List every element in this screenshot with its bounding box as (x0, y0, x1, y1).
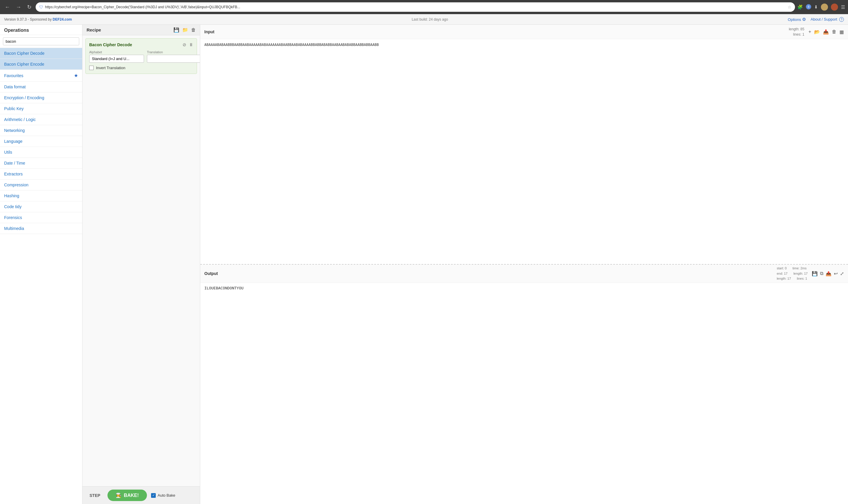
output-meta: start: 0 time: 2ms end: 17 length: 17 le… (777, 266, 808, 282)
forward-button[interactable]: → (14, 3, 23, 11)
sidebar-item-multimedia[interactable]: Multimedia (0, 223, 82, 234)
input-header: Input length: 85 lines: 1 + 📂 📥 🗑 ▦ (200, 25, 848, 39)
sidebar-item-compression[interactable]: Compression (0, 180, 82, 191)
search-input[interactable] (3, 37, 79, 45)
sidebar-item-language[interactable]: Language (0, 136, 82, 147)
profile-avatar-2[interactable] (831, 3, 838, 11)
shield-icon: 🛡 (39, 5, 43, 10)
sidebar-item-arithmetic-logic[interactable]: Arithmetic / Logic (0, 114, 82, 125)
refresh-button[interactable]: ↻ (25, 3, 33, 11)
input-section: Input length: 85 lines: 1 + 📂 📥 🗑 ▦ (200, 25, 848, 265)
recipe-load-icon[interactable]: 📁 (182, 27, 188, 33)
input-content[interactable]: ABAAAABABAABBBAABBAABAAAAABABAAAAAAABAAB… (200, 39, 848, 264)
input-import-icon[interactable]: 📥 (823, 29, 829, 35)
sidebar-item-utils[interactable]: Utils (0, 147, 82, 158)
cipher-card-icons: ⊘ ⏸ (183, 42, 193, 48)
sidebar-item-bacon-cipher-encode[interactable]: Bacon Cipher Encode (0, 59, 82, 70)
cipher-pause-icon[interactable]: ⏸ (189, 42, 193, 48)
topbar: Version 9.37.3 - Sponsored by DEF24.com … (0, 14, 848, 25)
download-icon[interactable]: ⬇ (814, 4, 818, 10)
alphabet-input[interactable] (89, 55, 144, 63)
sidebar-item-favourites[interactable]: Favourites ★ (0, 70, 82, 82)
input-meta: length: 85 lines: 1 (789, 26, 805, 37)
alphabet-label: Alphabet (89, 50, 144, 54)
help-icon: ? (839, 17, 844, 22)
cipher-card-title: Bacon Cipher Decode (89, 42, 132, 47)
step-button[interactable]: STEP (87, 491, 103, 500)
sidebar-item-public-key[interactable]: Public Key (0, 103, 82, 114)
translation-field: Translation A/B (147, 50, 200, 63)
bake-label: BAKE! (124, 493, 139, 498)
sidebar-item-code-tidy[interactable]: Code tidy (0, 201, 82, 212)
output-section: Output start: 0 time: 2ms end: 17 length… (200, 265, 848, 504)
auto-bake-wrap: ✓ Auto Bake (151, 493, 175, 498)
cipher-card-header: Bacon Cipher Decode ⊘ ⏸ (89, 42, 193, 48)
recipe-title: Recipe (87, 28, 101, 32)
sidebar-header: Operations (0, 25, 82, 35)
auto-bake-label: Auto Bake (158, 493, 175, 498)
menu-icon[interactable]: ☰ (841, 4, 845, 10)
about-button[interactable]: About / Support ? (811, 17, 844, 22)
sidebar-item-networking[interactable]: Networking (0, 125, 82, 136)
back-button[interactable]: ← (3, 3, 12, 11)
recipe-save-icon[interactable]: 💾 (174, 27, 179, 33)
profile-avatar-1[interactable] (821, 3, 828, 11)
topbar-build: Last build: 24 days ago (412, 17, 448, 21)
output-expand-icon[interactable]: ⤢ (840, 271, 844, 276)
sponsor-link[interactable]: DEF24.com (53, 17, 72, 21)
output-undo-icon[interactable]: ↩ (834, 271, 838, 276)
recipe-header: Recipe 💾 📁 🗑 (83, 25, 200, 35)
translation-label: Translation (147, 50, 200, 54)
output-copy-icon[interactable]: ⧉ (820, 271, 823, 276)
sidebar-item-hashing[interactable]: Hashing (0, 191, 82, 201)
bake-button[interactable]: 🧑‍🍳 BAKE! (107, 490, 147, 501)
invert-row: Invert Translation (89, 66, 193, 70)
invert-translation-checkbox[interactable] (89, 66, 94, 70)
sidebar-item-extractors[interactable]: Extractors (0, 169, 82, 180)
browser-chrome: ← → ↻ 🛡 https://cyberchef.org/#recipe=Ba… (0, 0, 848, 14)
sidebar: Operations Bacon Cipher Decode Bacon Cip… (0, 25, 83, 504)
alphabet-field: Alphabet (89, 50, 144, 63)
options-button[interactable]: Options ⚙ (788, 17, 806, 22)
auto-bake-checkbox[interactable]: ✓ (151, 493, 156, 498)
bake-icon: 🧑‍🍳 (116, 492, 122, 498)
cipher-disable-icon[interactable]: ⊘ (183, 42, 186, 48)
input-folder-icon[interactable]: 📂 (814, 29, 820, 35)
recipe-bottom: STEP 🧑‍🍳 BAKE! ✓ Auto Bake (83, 486, 200, 504)
sidebar-item-data-format[interactable]: Data format (0, 82, 82, 92)
main-layout: Operations Bacon Cipher Decode Bacon Cip… (0, 25, 848, 504)
sidebar-item-forensics[interactable]: Forensics (0, 212, 82, 223)
input-add-icon[interactable]: + (809, 29, 811, 34)
topbar-right: Options ⚙ About / Support ? (788, 17, 844, 22)
browser-right-icons: 🧩 8 ⬇ ☰ (797, 3, 845, 11)
topbar-version: Version 9.37.3 - Sponsored by DEF24.com (4, 17, 72, 21)
cipher-fields: Alphabet Translation A/B (89, 50, 193, 63)
sidebar-item-bacon-cipher-decode[interactable]: Bacon Cipher Decode (0, 48, 82, 59)
input-icons: + 📂 📥 🗑 ▦ (809, 29, 844, 35)
url-text: https://cyberchef.org/#recipe=Bacon_Ciph… (45, 5, 786, 9)
output-export-icon[interactable]: 📤 (826, 271, 831, 276)
io-panel: Input length: 85 lines: 1 + 📂 📥 🗑 ▦ (200, 25, 848, 504)
output-content: ILOUEBACONDONTYOU (200, 283, 848, 504)
output-save-icon[interactable]: 💾 (812, 271, 818, 276)
bookmark-icon[interactable]: ☆ (788, 5, 792, 10)
input-layout-icon[interactable]: ▦ (840, 29, 844, 35)
translation-input[interactable]: A/B (147, 55, 200, 63)
sidebar-title: Operations (4, 28, 29, 33)
sidebar-item-date-time[interactable]: Date / Time (0, 158, 82, 169)
sidebar-item-encryption-encoding[interactable]: Encryption / Encoding (0, 92, 82, 103)
output-text: ILOUEBACONDONTYOU (204, 286, 243, 290)
recipe-delete-icon[interactable]: 🗑 (191, 28, 196, 33)
extensions-icon[interactable]: 🧩 (797, 4, 803, 10)
recipe-content: Bacon Cipher Decode ⊘ ⏸ Alphabet Transla… (83, 35, 200, 486)
favourites-star-icon: ★ (74, 73, 78, 78)
cipher-card: Bacon Cipher Decode ⊘ ⏸ Alphabet Transla… (85, 38, 197, 74)
recipe-panel: Recipe 💾 📁 🗑 Bacon Cipher Decode ⊘ ⏸ (83, 25, 200, 504)
search-wrap (0, 35, 82, 48)
address-bar[interactable]: 🛡 https://cyberchef.org/#recipe=Bacon_Ci… (36, 2, 795, 12)
input-title: Input (204, 30, 214, 34)
output-header: Output start: 0 time: 2ms end: 17 length… (200, 265, 848, 283)
extensions-badge: 8 (806, 4, 811, 10)
recipe-header-icons: 💾 📁 🗑 (174, 27, 196, 33)
input-delete-icon[interactable]: 🗑 (832, 29, 836, 34)
